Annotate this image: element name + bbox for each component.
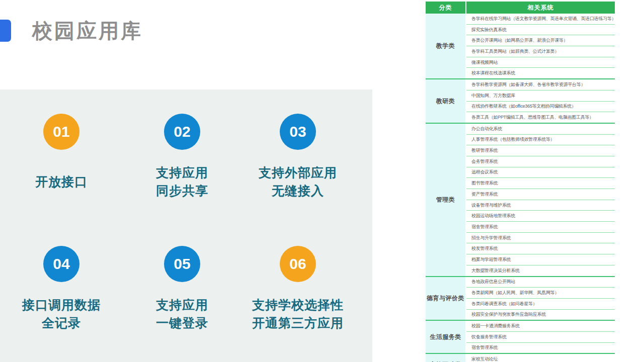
category-cell: 生活服务类 bbox=[426, 320, 466, 353]
system-cell: 资产管理系统 bbox=[466, 189, 615, 200]
feature-label-line: 一键登录 bbox=[126, 314, 238, 332]
feature-01: 01开放接口 bbox=[5, 114, 118, 201]
feature-04: 04接口调用数据全记录 bbox=[5, 246, 118, 333]
feature-number-badge: 01 bbox=[43, 114, 79, 150]
system-cell: 微课视频网站 bbox=[466, 57, 615, 68]
system-cell: 大数据管理决策分析系统 bbox=[466, 265, 615, 276]
feature-label-line: 接口调用数据 bbox=[5, 296, 118, 314]
system-cell: 饮食服务管理系统 bbox=[466, 331, 615, 342]
feature-label-line: 无缝接入 bbox=[242, 182, 354, 200]
feature-number-badge: 05 bbox=[164, 246, 200, 282]
system-cell: 各类工具（如PPT编辑工具、思维导图工具、电脑画图工具等） bbox=[466, 112, 615, 123]
page-title: 校园应用库 bbox=[32, 17, 143, 45]
feature-label: 支持学校选择性开通第三方应用 bbox=[242, 294, 354, 333]
system-cell: 校园运动场地管理系统 bbox=[466, 211, 615, 222]
feature-label-line: 开通第三方应用 bbox=[242, 314, 354, 332]
system-cell: 校友管理系统 bbox=[466, 243, 615, 254]
feature-label: 接口调用数据全记录 bbox=[5, 294, 118, 333]
system-cell: 校园一卡通消费服务系统 bbox=[466, 320, 615, 331]
feature-label: 支持应用一键登录 bbox=[126, 294, 238, 333]
system-cell: 图书管理系统 bbox=[466, 178, 615, 189]
feature-number-badge: 03 bbox=[280, 114, 316, 150]
system-cell: 宿舍管理系统 bbox=[466, 222, 615, 233]
system-cell: 档案与学籍管理系统 bbox=[466, 254, 615, 265]
system-cell: 各学科教学资源网（如备课大师、各省市教学资源平台等） bbox=[466, 79, 615, 90]
category-cell: 德育与评价类 bbox=[426, 277, 466, 321]
feature-06: 06支持学校选择性开通第三方应用 bbox=[242, 246, 354, 333]
system-cell: 会务管理系统 bbox=[466, 156, 615, 167]
title-accent-bar bbox=[0, 20, 11, 42]
feature-number-badge: 04 bbox=[43, 246, 79, 282]
feature-label-line: 同步共享 bbox=[126, 182, 238, 200]
system-cell: 各学科在线学习网站（语文教学资源网、英语单次背诵、英语口语练习等） bbox=[466, 14, 615, 24]
feature-label: 支持应用同步共享 bbox=[126, 162, 238, 201]
system-cell: 各地政府信息公开网站 bbox=[466, 277, 615, 288]
table-row: 管理类办公自动化系统 bbox=[426, 123, 615, 134]
column-header-systems: 相关系统 bbox=[466, 2, 615, 14]
category-cell: 教研类 bbox=[426, 79, 466, 123]
feature-number-badge: 06 bbox=[280, 246, 316, 282]
table-row: 教研类各学科教学资源网（如备课大师、各省市教学资源平台等） bbox=[426, 79, 615, 90]
feature-label: 开放接口 bbox=[5, 162, 118, 201]
system-cell: 招生与升学管理系统 bbox=[466, 232, 615, 243]
feature-02: 02支持应用同步共享 bbox=[126, 114, 238, 201]
category-cell: 管理类 bbox=[426, 123, 466, 277]
feature-label-line: 开放接口 bbox=[5, 172, 118, 191]
system-cell: 人事管理系统（包括教师绩效管理系统等） bbox=[466, 134, 615, 145]
slide: 校园应用库 01开放接口02支持应用同步共享03支持外部应用无缝接入04接口调用… bbox=[0, 0, 644, 362]
feature-label-line: 支持应用 bbox=[126, 296, 238, 314]
system-cell: 各类公开课网站（如网易公开课、新浪公开课等） bbox=[466, 35, 615, 46]
system-cell: 远程会议系统 bbox=[466, 167, 615, 178]
system-cell: 校园安全保护与突发事件应急响应系统 bbox=[466, 309, 615, 320]
table-row: 生活服务类校园一卡通消费服务系统 bbox=[426, 320, 615, 331]
system-cell: 中国知网、万方数据库 bbox=[466, 90, 615, 101]
category-cell: 教学类 bbox=[426, 14, 466, 79]
system-cell: 宿舍管理系统 bbox=[466, 342, 615, 353]
table-row: 家校互动类家校互动论坛 bbox=[426, 353, 615, 362]
system-cell: 探究实验仿真系统 bbox=[466, 24, 615, 35]
related-systems-table: 分类 相关系统 教学类各学科在线学习网站（语文教学资源网、英语单次背诵、英语口语… bbox=[426, 2, 615, 362]
category-cell: 家校互动类 bbox=[426, 353, 466, 362]
feature-label-line: 全记录 bbox=[5, 314, 118, 332]
feature-label-line: 支持应用 bbox=[126, 163, 238, 182]
system-cell: 各学科工具类网站（如辞典类、公式计算类） bbox=[466, 46, 615, 57]
system-cell: 家校互动论坛 bbox=[466, 353, 615, 362]
feature-label-line: 支持外部应用 bbox=[242, 163, 354, 182]
table-header-row: 分类 相关系统 bbox=[426, 2, 615, 14]
feature-label-line: 支持学校选择性 bbox=[242, 296, 354, 314]
column-header-category: 分类 bbox=[426, 2, 466, 14]
system-cell: 各类新闻网（如人民网、新华网、凤凰网等） bbox=[466, 288, 615, 299]
system-cell: 设备管理与维护系统 bbox=[466, 200, 615, 211]
system-cell: 办公自动化系统 bbox=[466, 123, 615, 134]
system-cell: 各类问卷调查系统（如问卷星等） bbox=[466, 298, 615, 309]
system-cell: 校本课程在线选课系统 bbox=[466, 68, 615, 79]
feature-number-badge: 02 bbox=[164, 114, 200, 150]
system-cell: 教研管理系统 bbox=[466, 145, 615, 156]
feature-05: 05支持应用一键登录 bbox=[126, 246, 238, 333]
table-row: 教学类各学科在线学习网站（语文教学资源网、英语单次背诵、英语口语练习等） bbox=[426, 14, 615, 24]
table-row: 德育与评价类各地政府信息公开网站 bbox=[426, 277, 615, 288]
system-cell: 在线协作教研系统（如office365等文档协同编辑系统） bbox=[466, 101, 615, 112]
feature-label: 支持外部应用无缝接入 bbox=[242, 162, 354, 201]
feature-03: 03支持外部应用无缝接入 bbox=[242, 114, 354, 201]
